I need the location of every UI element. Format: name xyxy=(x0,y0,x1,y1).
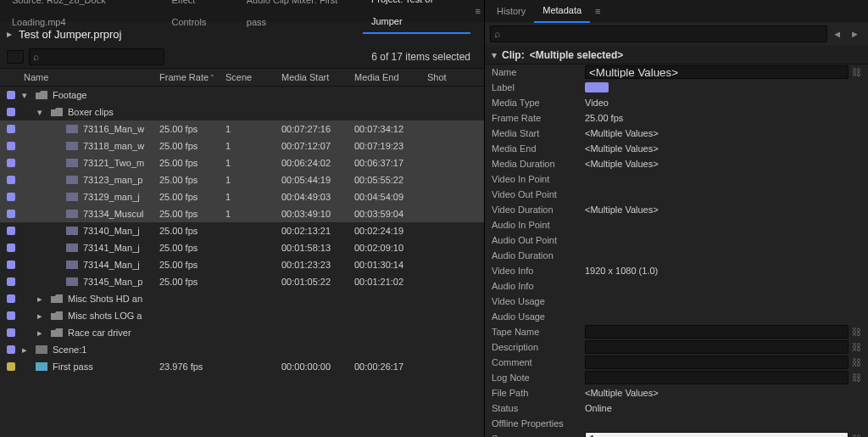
cell-mend: 00:01:21:02 xyxy=(349,277,422,287)
metadata-input-description[interactable] xyxy=(585,340,849,354)
link-icon[interactable]: ⛓ xyxy=(852,434,861,437)
cell-mstart: 00:00:00:00 xyxy=(276,361,349,372)
cell-frame: 25.00 fps xyxy=(154,243,220,253)
bin-row[interactable]: ▸Scene:1 xyxy=(0,341,484,358)
metadata-input-tape-name[interactable] xyxy=(585,325,849,339)
col-name[interactable]: Name xyxy=(19,72,154,82)
metadata-value: Video xyxy=(585,98,861,108)
col-media-end[interactable]: Media End xyxy=(349,72,422,82)
panel-tab[interactable]: Metadata xyxy=(534,0,590,23)
clip-icon xyxy=(66,159,78,167)
clip-icon xyxy=(66,193,78,201)
metadata-field-label: Media Type xyxy=(492,98,585,108)
panel-tab[interactable]: History xyxy=(488,0,534,22)
metadata-field: Video Usage xyxy=(485,294,868,309)
metadata-field-label: Log Note xyxy=(492,373,585,383)
link-icon[interactable]: ⛓ xyxy=(852,327,861,337)
folder-icon xyxy=(51,311,63,320)
seq-icon xyxy=(36,362,47,371)
project-title: Test of Jumper.prproj xyxy=(19,28,121,41)
col-shot[interactable]: Shot xyxy=(422,72,465,82)
row-disclosure-icon[interactable]: ▸ xyxy=(37,294,46,305)
cell-frame: 25.00 fps xyxy=(154,158,220,168)
metadata-field-label: Audio Duration xyxy=(492,250,585,261)
row-name-label: 73134_Muscul xyxy=(83,209,144,219)
row-name-label: 73145_Man_p xyxy=(83,277,142,287)
folder-row[interactable]: ▾Boxer clips xyxy=(0,104,484,120)
cell-mstart: 00:07:12:07 xyxy=(276,141,349,151)
clip-row[interactable]: 73123_man_p25.00 fps100:05:44:1900:05:55… xyxy=(0,171,484,188)
sequence-row[interactable]: First pass23.976 fps00:00:00:0000:00:26:… xyxy=(0,358,484,375)
col-media-start[interactable]: Media Start xyxy=(276,72,349,82)
folder-row[interactable]: ▸Misc shots LOG a xyxy=(0,307,484,324)
search-icon: ⌕ xyxy=(33,51,39,63)
clip-row[interactable]: 73121_Two_m25.00 fps100:06:24:0200:06:37… xyxy=(0,154,484,171)
clip-row[interactable]: 73134_Muscul25.00 fps100:03:49:1000:03:5… xyxy=(0,205,484,222)
col-framerate[interactable]: Frame Rate˄ xyxy=(154,72,220,82)
row-disclosure-icon[interactable]: ▸ xyxy=(37,311,46,322)
row-name-label: 73129_man_j xyxy=(83,192,140,202)
metadata-field-label: Description xyxy=(492,342,585,352)
project-disclosure-icon[interactable]: ▸ xyxy=(7,28,12,40)
clip-icon xyxy=(66,277,78,286)
cell-frame: 25.00 fps xyxy=(154,260,220,270)
column-headers[interactable]: NameFrame Rate˄SceneMedia StartMedia End… xyxy=(0,68,484,87)
metadata-field: File Path<Multiple Values> xyxy=(485,385,868,401)
clip-row[interactable]: 73129_man_j25.00 fps100:04:49:0300:04:54… xyxy=(0,188,484,205)
metadata-field-label: Frame Rate xyxy=(492,113,585,123)
clip-row[interactable]: 73118_man_w25.00 fps100:07:12:0700:07:19… xyxy=(0,137,484,154)
row-disclosure-icon[interactable]: ▾ xyxy=(37,107,46,118)
cell-mend: 00:02:09:10 xyxy=(349,243,422,253)
metadata-field: Label xyxy=(485,80,868,95)
folder-icon xyxy=(51,108,63,116)
link-icon[interactable]: ⛓ xyxy=(852,373,861,383)
metadata-search-input[interactable]: ⌕ xyxy=(490,25,827,42)
metadata-field: Audio Duration xyxy=(485,248,868,263)
cell-frame: 25.00 fps xyxy=(154,226,220,236)
col-scene[interactable]: Scene xyxy=(220,72,276,82)
metadata-input-log-note[interactable] xyxy=(585,371,849,384)
row-disclosure-icon[interactable]: ▾ xyxy=(22,90,31,101)
metadata-input-scene[interactable] xyxy=(585,432,849,437)
label-chip xyxy=(7,328,15,337)
metadata-field-label: Video Usage xyxy=(492,296,585,306)
metadata-field: Audio Usage xyxy=(485,309,868,324)
label-chip xyxy=(7,210,15,218)
clip-row[interactable]: 73141_Man_j25.00 fps00:01:58:1300:02:09:… xyxy=(0,239,484,256)
link-icon[interactable]: ⛓ xyxy=(852,357,861,367)
clip-row[interactable]: 73116_Man_w25.00 fps100:07:27:1600:07:34… xyxy=(0,120,484,137)
metadata-value: <Multiple Values> xyxy=(585,128,861,138)
clip-row[interactable]: 73145_Man_p25.00 fps00:01:05:2200:01:21:… xyxy=(0,273,484,290)
link-icon[interactable]: ⛓ xyxy=(852,342,861,352)
label-color-swatch[interactable] xyxy=(585,82,609,92)
metadata-field-label: Tape Name xyxy=(492,327,585,337)
project-search-input[interactable]: ⌕ xyxy=(29,48,164,65)
prev-icon[interactable]: ◄ xyxy=(832,29,842,39)
row-disclosure-icon[interactable]: ▸ xyxy=(37,328,46,339)
clip-icon xyxy=(66,210,78,218)
cell-mend: 00:05:55:22 xyxy=(349,175,422,185)
metadata-input-comment[interactable] xyxy=(585,356,849,369)
panel-menu-icon[interactable]: ≡ xyxy=(595,6,600,16)
row-disclosure-icon[interactable]: ▸ xyxy=(22,345,31,356)
cell-mstart: 00:04:49:03 xyxy=(276,192,349,202)
section-disclosure-icon[interactable]: ▾ xyxy=(492,49,497,61)
folder-row[interactable]: ▸Misc Shots HD an xyxy=(0,290,484,307)
label-chip xyxy=(7,277,15,286)
cell-mend: 00:01:30:14 xyxy=(349,260,422,270)
metadata-input-name[interactable] xyxy=(585,65,849,79)
cell-mend: 00:00:26:17 xyxy=(349,361,422,372)
folder-row[interactable]: ▸Race car driver xyxy=(0,324,484,341)
clip-section-header[interactable]: ▾ Clip: <Multiple selected> xyxy=(485,46,868,64)
cell-frame: 23.976 fps xyxy=(154,361,220,372)
clip-row[interactable]: 73144_Man_j25.00 fps00:01:23:2300:01:30:… xyxy=(0,256,484,273)
link-icon[interactable]: ⛓ xyxy=(852,67,861,77)
folder-row[interactable]: ▾Footage xyxy=(0,87,484,104)
metadata-nav-arrows: ◄ ► xyxy=(832,29,868,39)
cell-frame: 25.00 fps xyxy=(154,141,220,151)
next-icon[interactable]: ► xyxy=(850,29,860,39)
folder-icon xyxy=(36,91,47,99)
panel-menu-icon[interactable]: ≡ xyxy=(476,6,481,16)
metadata-field-label: Scene xyxy=(492,434,585,437)
clip-row[interactable]: 73140_Man_j25.00 fps00:02:13:2100:02:24:… xyxy=(0,222,484,239)
